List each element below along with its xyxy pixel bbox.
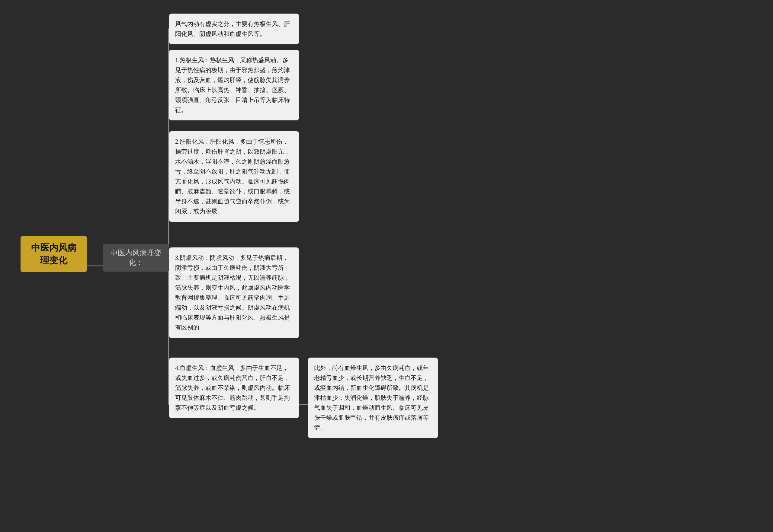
- card-1: 1.热极生风：热极生风，又称热盛风动。多见于热性病的极期，由于邪热炽盛，煎灼津液…: [169, 50, 299, 120]
- root-label: 中医内风病理变化: [28, 241, 80, 267]
- mind-map-container: 中医内风病理变化 中医内风病理变化： 风气内动有虚实之分，主要有热极生风、肝阳化…: [0, 0, 773, 532]
- card-2: 2.肝阳化风：肝阳化风，多由于情志所伤，操劳过度，耗伤肝肾之阴，以致阴虚阳亢，水…: [169, 131, 299, 222]
- card-4-text: 4.血虚生风：血虚生风，多由于生血不足，或失血过多，或久病耗伤营血，肝血不足，筋…: [175, 365, 290, 411]
- card-intro: 风气内动有虚实之分，主要有热极生风、肝阳化风、阴虚风动和血虚生风等。: [169, 14, 299, 44]
- card-4: 4.血虚生风：血虚生风，多由于生血不足，或失血过多，或久病耗伤营血，肝血不足，筋…: [169, 358, 299, 418]
- card-intro-text: 风气内动有虚实之分，主要有热极生风、肝阳化风、阴虚风动和血虚生风等。: [175, 21, 290, 37]
- card-3: 3.阴虚风动：阴虚风动；多见于热病后期，阴津亏损，或由于久病耗伤，阴液大亏所致。…: [169, 247, 299, 338]
- card-3-text: 3.阴虚风动：阴虚风动；多见于热病后期，阴津亏损，或由于久病耗伤，阴液大亏所致。…: [175, 254, 290, 331]
- root-node: 中医内风病理变化: [21, 236, 87, 272]
- middle-node: 中医内风病理变化：: [103, 244, 169, 272]
- card-1-text: 1.热极生风：热极生风，又称热盛风动。多见于热性病的极期，由于邪热炽盛，煎灼津液…: [175, 57, 290, 113]
- middle-label: 中医内风病理变化：: [109, 248, 163, 267]
- card-right-extra-text: 此外，尚有血燥生风，多由久病耗血，或年老精亏血少，或长期营养缺乏，生血不足，或瘀…: [314, 365, 429, 431]
- card-right-extra: 此外，尚有血燥生风，多由久病耗血，或年老精亏血少，或长期营养缺乏，生血不足，或瘀…: [308, 358, 438, 438]
- card-2-text: 2.肝阳化风：肝阳化风，多由于情志所伤，操劳过度，耗伤肝肾之阴，以致阴虚阳亢，水…: [175, 138, 290, 215]
